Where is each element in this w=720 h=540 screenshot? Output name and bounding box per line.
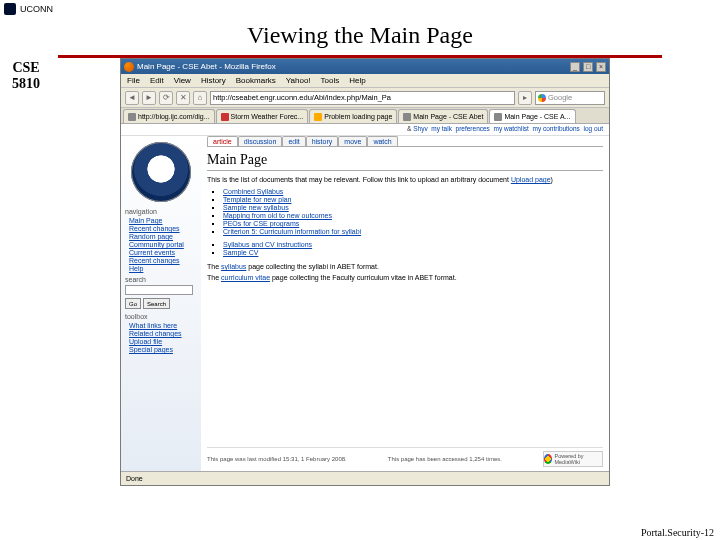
- back-button[interactable]: ◄: [125, 91, 139, 105]
- note-cv: The curriculum vitae page collecting the…: [207, 274, 603, 281]
- mediawiki-text: Powered by MediaWiki: [554, 453, 602, 465]
- menu-help[interactable]: Help: [349, 76, 365, 85]
- tab-label: Main Page - CSE A...: [504, 113, 570, 120]
- wiki-search-input[interactable]: [125, 285, 193, 295]
- stop-button[interactable]: ✕: [176, 91, 190, 105]
- menu-bookmarks[interactable]: Bookmarks: [236, 76, 276, 85]
- nav-heading: navigation: [125, 208, 197, 215]
- user-name-link[interactable]: Shyv: [413, 125, 427, 132]
- tab-discussion[interactable]: discussion: [238, 136, 283, 146]
- nav-list: Main Page Recent changes Random page Com…: [125, 217, 197, 272]
- link-combined-syllabus[interactable]: Combined Syllabus: [223, 188, 283, 195]
- window-title: Main Page - CSE Abet - Mozilla Firefox: [137, 62, 276, 71]
- tab-bar: http://blog.ijc.com/dig... Storm Weather…: [121, 108, 609, 124]
- cv-link[interactable]: curriculum vitae: [221, 274, 270, 281]
- syllabus-link[interactable]: syllabus: [221, 263, 246, 270]
- toolbox-whatlinks[interactable]: What links here: [129, 322, 177, 329]
- link-template-plan[interactable]: Template for new plan: [223, 196, 291, 203]
- link-syllabus-cv-instr[interactable]: Syllabus and CV instructions: [223, 241, 312, 248]
- upload-page-link[interactable]: Upload page: [511, 176, 551, 183]
- wiki-logo-icon[interactable]: [131, 142, 191, 202]
- sidebar-item-recent2[interactable]: Recent changes: [129, 257, 180, 264]
- menu-bar: File Edit View History Bookmarks Yahoo! …: [121, 74, 609, 88]
- status-bar: Done: [121, 471, 609, 485]
- go-button[interactable]: Go: [125, 298, 141, 309]
- course-code-line2: 5810: [2, 76, 50, 92]
- go-button[interactable]: ▸: [518, 91, 532, 105]
- maximize-button[interactable]: □: [583, 62, 593, 72]
- menu-yahoo[interactable]: Yahoo!: [286, 76, 311, 85]
- user-links: & Shyv my talk preferences my watchlist …: [121, 124, 609, 136]
- sidebar-item-portal[interactable]: Community portal: [129, 241, 184, 248]
- link-peos[interactable]: PEOs for CSE programs: [223, 220, 299, 227]
- toolbox-heading: toolbox: [125, 313, 197, 320]
- tab-label: Problem loading page: [324, 113, 392, 120]
- uconn-text: UCONN: [20, 4, 53, 14]
- link-sample-cv[interactable]: Sample CV: [223, 249, 258, 256]
- contributions-link[interactable]: my contributions: [533, 125, 580, 132]
- note-syllabus: The syllabus page collecting the syllabi…: [207, 263, 603, 270]
- preferences-link[interactable]: preferences: [456, 125, 490, 132]
- firefox-icon: [124, 62, 134, 72]
- menu-edit[interactable]: Edit: [150, 76, 164, 85]
- url-text: http://cseabet.engr.uconn.edu/Abi/index.…: [213, 93, 391, 102]
- menu-view[interactable]: View: [174, 76, 191, 85]
- my-talk-link[interactable]: my talk: [431, 125, 452, 132]
- menu-history[interactable]: History: [201, 76, 226, 85]
- tab-3[interactable]: Main Page - CSE Abet: [398, 109, 488, 123]
- minimize-button[interactable]: _: [570, 62, 580, 72]
- top-bar: UCONN: [0, 0, 720, 18]
- search-button[interactable]: Search: [143, 298, 170, 309]
- mediawiki-badge[interactable]: Powered by MediaWiki: [543, 451, 603, 467]
- wiki-sidebar: navigation Main Page Recent changes Rand…: [121, 136, 201, 471]
- status-text: Done: [126, 475, 143, 482]
- forward-button[interactable]: ►: [142, 91, 156, 105]
- tab-label: http://blog.ijc.com/dig...: [138, 113, 210, 120]
- tab-2[interactable]: Problem loading page: [309, 109, 397, 123]
- sidebar-item-main[interactable]: Main Page: [129, 217, 162, 224]
- tab-watch[interactable]: watch: [367, 136, 397, 146]
- sidebar-item-events[interactable]: Current events: [129, 249, 175, 256]
- search-input[interactable]: Google: [535, 91, 605, 105]
- toolbox-list: What links here Related changes Upload f…: [125, 322, 197, 353]
- url-input[interactable]: http://cseabet.engr.uconn.edu/Abi/index.…: [210, 91, 515, 105]
- window-titlebar: Main Page - CSE Abet - Mozilla Firefox _…: [121, 59, 609, 74]
- menu-file[interactable]: File: [127, 76, 140, 85]
- menu-tools[interactable]: Tools: [321, 76, 340, 85]
- browser-window: Main Page - CSE Abet - Mozilla Firefox _…: [120, 58, 610, 486]
- tab-article[interactable]: article: [207, 136, 238, 146]
- tab-history[interactable]: history: [306, 136, 339, 146]
- tab-move[interactable]: move: [338, 136, 367, 146]
- page-title: Main Page: [207, 152, 603, 171]
- tab-edit[interactable]: edit: [282, 136, 305, 146]
- view-count: This page has been accessed 1,254 times.: [388, 456, 502, 462]
- page-icon: [403, 113, 411, 121]
- page-footer: This page was last modified 15:31, 1 Feb…: [207, 447, 603, 467]
- tab-label: Main Page - CSE Abet: [413, 113, 483, 120]
- google-icon: [538, 94, 546, 102]
- doc-list-2: Syllabus and CV instructions Sample CV: [207, 240, 603, 257]
- sidebar-item-random[interactable]: Random page: [129, 233, 173, 240]
- home-button[interactable]: ⌂: [193, 91, 207, 105]
- tab-1[interactable]: Storm Weather Forec...: [216, 109, 309, 123]
- toolbox-special[interactable]: Special pages: [129, 346, 173, 353]
- search-heading: search: [125, 276, 197, 283]
- intro-body: This is the list of documents that may b…: [207, 176, 511, 183]
- sidebar-item-help[interactable]: Help: [129, 265, 143, 272]
- link-mapping[interactable]: Mapping from old to new outcomes: [223, 212, 332, 219]
- watchlist-link[interactable]: my watchlist: [493, 125, 528, 132]
- toolbox-related[interactable]: Related changes: [129, 330, 182, 337]
- link-criterion5[interactable]: Criterion 5: Curriculum information for …: [223, 228, 361, 235]
- toolbox-upload[interactable]: Upload file: [129, 338, 162, 345]
- slide-footer: Portal.Security-12: [641, 527, 714, 538]
- logout-link[interactable]: log out: [583, 125, 603, 132]
- sidebar-item-recent[interactable]: Recent changes: [129, 225, 180, 232]
- search-placeholder: Google: [548, 93, 572, 102]
- link-sample-syllabus[interactable]: Sample new syllabus: [223, 204, 289, 211]
- page-tabs: article discussion edit history move wat…: [207, 136, 603, 147]
- tab-4[interactable]: Main Page - CSE A...: [489, 109, 575, 123]
- warning-icon: [314, 113, 322, 121]
- close-button[interactable]: ×: [596, 62, 606, 72]
- tab-0[interactable]: http://blog.ijc.com/dig...: [123, 109, 215, 123]
- reload-button[interactable]: ⟳: [159, 91, 173, 105]
